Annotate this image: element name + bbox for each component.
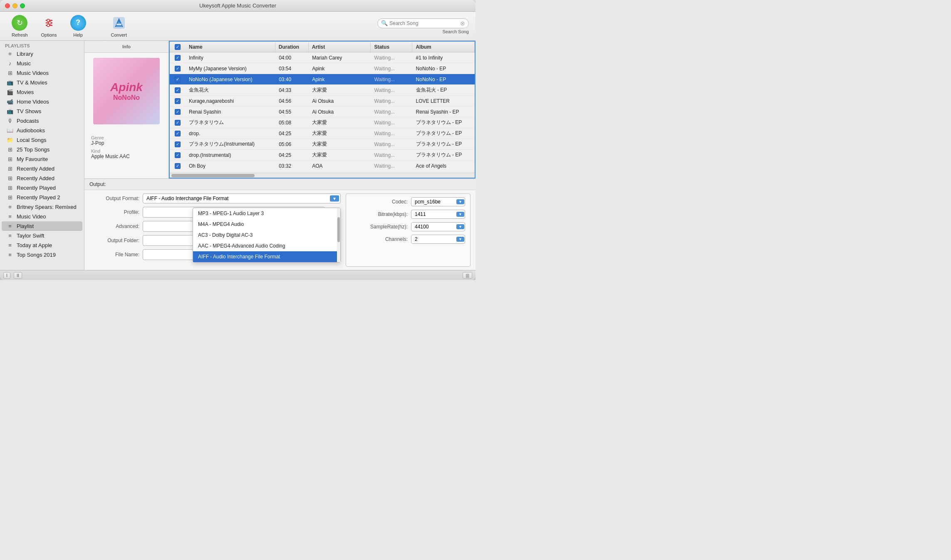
sidebar-item-library[interactable]: ≡ Library	[2, 49, 82, 59]
song-album: NoNoNo - EP	[413, 75, 475, 84]
song-album: 金魚花火 - EP	[413, 85, 475, 95]
output-format-display[interactable]: AIFF - Audio Interchange File Format	[143, 193, 341, 203]
sidebar-item-my-favourite[interactable]: ⊞ My Favourite	[2, 154, 82, 164]
kind-value: Apple Music AAC	[91, 154, 162, 159]
song-duration: 04:55	[275, 108, 309, 116]
dropdown-scrollbar-thumb	[337, 217, 340, 242]
table-row[interactable]: ✓ drop. 04:25 大家愛 Waiting... プラネタリウム - E…	[170, 128, 475, 139]
dropdown-item-m4a[interactable]: M4A - MPEG4 Audio	[193, 219, 340, 230]
song-duration: 03:54	[275, 64, 309, 73]
row-checkbox[interactable]: ✓	[170, 163, 186, 169]
row-checkbox[interactable]: ✓	[170, 55, 186, 61]
output-profile-label: Profile:	[89, 209, 139, 215]
search-clear-icon[interactable]: ⊗	[460, 20, 465, 27]
table-row[interactable]: ✓ MyMy (Japanese Version) 03:54 Apink Wa…	[170, 63, 475, 74]
sidebar-header: Playlists	[0, 41, 84, 49]
table-row[interactable]: ✓ プラネタリウム 05:08 大家愛 Waiting... プラネタリウム -…	[170, 117, 475, 128]
sidebar-item-tv-movies[interactable]: 📺 TV & Movies	[2, 78, 82, 87]
row-checkbox[interactable]: ✓	[170, 152, 186, 158]
dropdown-scrollbar[interactable]	[337, 208, 340, 262]
sidebar-item-taylor-swift[interactable]: ≡ Taylor Swift	[2, 231, 82, 240]
sidebar-item-music[interactable]: ♪ Music	[2, 59, 82, 68]
dropdown-item-aiff[interactable]: AIFF - Audio Interchange File Format	[193, 251, 340, 262]
header-checkbox[interactable]: ✓	[170, 42, 186, 52]
dropdown-item-aac[interactable]: AAC - MPEG4-Advanced Audio Coding	[193, 240, 340, 251]
sidebar-item-audiobooks[interactable]: 📖 Audiobooks	[2, 126, 82, 135]
sidebar-item-recently-added-2[interactable]: ⊞ Recently Added	[2, 173, 82, 183]
output-filename-label: File Name:	[89, 252, 139, 258]
sidebar-item-recently-added-1[interactable]: ⊞ Recently Added	[2, 164, 82, 173]
horizontal-scrollbar[interactable]	[170, 173, 475, 178]
options-button[interactable]: Options	[36, 12, 62, 40]
genre-value: J-Pop	[91, 140, 162, 146]
minimize-button[interactable]	[12, 3, 17, 8]
movies-icon: 🎬	[7, 89, 13, 95]
song-album: Renai Syashin - EP	[413, 108, 475, 116]
row-checkbox[interactable]: ✓	[170, 77, 186, 82]
dropdown-item-mp3[interactable]: MP3 - MPEG-1 Audio Layer 3	[193, 208, 340, 219]
sidebar-item-label: Music Video	[17, 213, 46, 220]
sidebar-item-music-video[interactable]: ≡ Music Video	[2, 212, 82, 221]
sidebar-item-label: Britney Spears: Remixed	[17, 204, 77, 210]
song-name: 金魚花火	[186, 85, 275, 95]
bitrate-dropdown-arrow[interactable]: ▼	[456, 212, 464, 217]
header-status: Status	[371, 42, 412, 52]
sidebar-item-label: Recently Added	[17, 175, 54, 181]
song-name: プラネタリウム(Instrumental)	[186, 139, 275, 149]
sidebar-item-25-top[interactable]: ⊞ 25 Top Songs	[2, 145, 82, 154]
row-checkbox[interactable]: ✓	[170, 98, 186, 104]
codec-dropdown-arrow[interactable]: ▼	[456, 199, 464, 204]
dropdown-item-ac3[interactable]: AC3 - Dolby Digital AC-3	[193, 230, 340, 240]
audiobooks-icon: 📖	[7, 127, 13, 134]
search-input[interactable]	[389, 20, 460, 26]
song-duration: 05:06	[275, 140, 309, 149]
columns-button[interactable]: |||	[463, 272, 472, 279]
sidebar-item-music-videos[interactable]: ⊞ Music Videos	[2, 68, 82, 78]
sidebar-item-recently-played-1[interactable]: ⊞ Recently Played	[2, 183, 82, 193]
song-artist: Apink	[309, 64, 371, 73]
sidebar-item-recently-played-2[interactable]: ⊞ Recently Played 2	[2, 193, 82, 202]
song-artist: Apink	[309, 75, 371, 84]
song-list: ✓ Infinity 04:00 Mariah Carey Waiting...…	[170, 52, 475, 173]
play-button[interactable]: I	[3, 272, 10, 279]
sidebar-item-podcasts[interactable]: 🎙 Podcasts	[2, 116, 82, 126]
close-button[interactable]	[5, 3, 10, 8]
sidebar-item-local-songs[interactable]: 📁 Local Songs	[2, 135, 82, 145]
samplerate-dropdown-arrow[interactable]: ▼	[456, 224, 464, 229]
row-checkbox[interactable]: ✓	[170, 87, 186, 93]
pause-button[interactable]: II	[14, 272, 22, 279]
table-row[interactable]: ✓ drop.(Instrumental) 04:25 大家愛 Waiting.…	[170, 150, 475, 161]
table-row[interactable]: ✓ Oh Boy 03:32 AOA Waiting... Ace of Ang…	[170, 161, 475, 171]
sidebar-item-movies[interactable]: 🎬 Movies	[2, 87, 82, 97]
table-row[interactable]: ✓ プラネタリウム(Instrumental) 05:06 大家愛 Waitin…	[170, 139, 475, 150]
output-body: Output Format: AIFF - Audio Interchange …	[84, 190, 476, 270]
table-row[interactable]: ✓ 金魚花火 04:33 大家愛 Waiting... 金魚花火 - EP	[170, 85, 475, 96]
row-checkbox[interactable]: ✓	[170, 66, 186, 72]
row-checkbox[interactable]: ✓	[170, 141, 186, 147]
channels-dropdown-arrow[interactable]: ▼	[456, 237, 464, 242]
table-row[interactable]: ✓ Renai Syashin 04:55 Ai Otsuka Waiting.…	[170, 107, 475, 117]
output-left: Output Format: AIFF - Audio Interchange …	[89, 193, 341, 267]
sidebar-item-top-songs-2019[interactable]: ≡ Top Songs 2019	[2, 250, 82, 260]
song-album: Ace of Angels	[413, 162, 475, 170]
row-checkbox[interactable]: ✓	[170, 109, 186, 115]
format-dropdown-arrow[interactable]: ▼	[330, 196, 339, 202]
sidebar-item-label: Top Songs 2019	[17, 252, 56, 258]
table-row[interactable]: ✓ Infinity 04:00 Mariah Carey Waiting...…	[170, 52, 475, 63]
table-row[interactable]: ✓ Kurage,nagareboshi 04:56 Ai Otsuka Wai…	[170, 96, 475, 107]
sidebar-item-britney[interactable]: ≡ Britney Spears: Remixed	[2, 202, 82, 212]
sidebar-item-home-videos[interactable]: 📹 Home Videos	[2, 97, 82, 107]
sidebar-item-tv-shows[interactable]: 📺 TV Shows	[2, 107, 82, 116]
maximize-button[interactable]	[20, 3, 25, 8]
samplerate-label: SampleRate(hz):	[370, 224, 408, 230]
sidebar-item-today-at-apple[interactable]: ≡ Today at Apple	[2, 240, 82, 250]
codec-row: Codec: pcm_s16be ▼	[351, 197, 465, 206]
row-checkbox[interactable]: ✓	[170, 120, 186, 126]
row-checkbox[interactable]: ✓	[170, 131, 186, 136]
sidebar-item-playlist[interactable]: ≡ Playlist	[2, 221, 82, 231]
refresh-button[interactable]: ↻ Refresh	[7, 12, 33, 40]
song-name: Renai Syashin	[186, 108, 275, 116]
convert-button[interactable]: Convert	[106, 12, 132, 40]
help-button[interactable]: ? Help	[65, 12, 91, 40]
table-row[interactable]: ✓ NoNoNo (Japanese Version) 03:40 Apink …	[170, 74, 475, 85]
